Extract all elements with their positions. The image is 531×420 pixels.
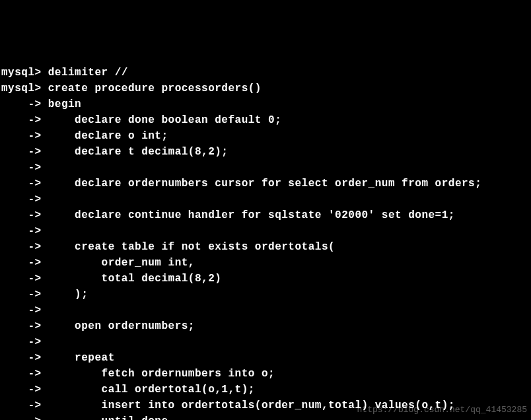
watermark-text: https://blog.csdn.net/qq_41453285 [357,403,527,417]
terminal-output[interactable]: mysql> delimiter // mysql> create proced… [1,65,531,420]
